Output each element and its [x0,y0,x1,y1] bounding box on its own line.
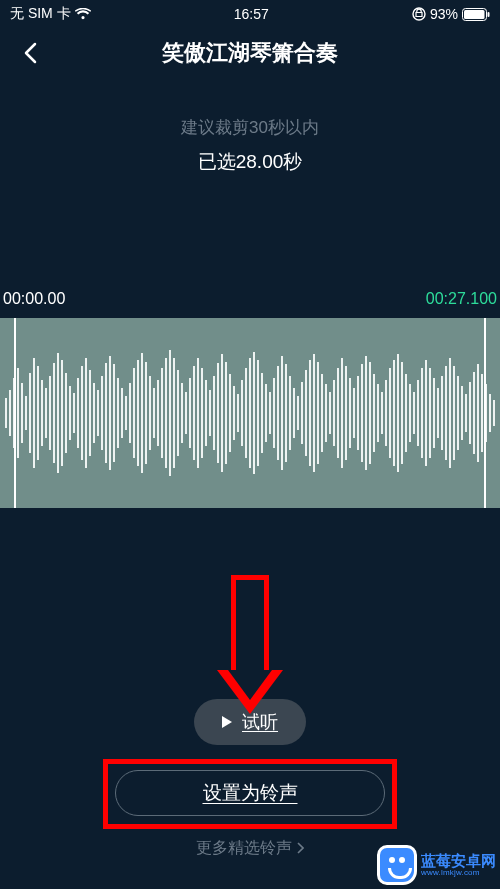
time-labels: 00:00.00 00:27.100 [0,290,500,308]
more-ringtones-link[interactable]: 更多精选铃声 [196,838,304,859]
set-ringtone-button[interactable]: 设置为铃声 [115,770,385,816]
annotation-arrow-icon [231,575,269,675]
trim-line-start [14,318,16,508]
nav-header: 笑傲江湖琴箫合奏 [0,28,500,78]
end-time: 00:27.100 [426,290,497,308]
start-time: 00:00.00 [3,290,65,308]
status-left: 无 SIM 卡 [10,5,91,23]
svg-point-0 [413,8,425,20]
status-right: 93% [412,6,490,22]
trim-hint-area: 建议裁剪30秒以内 已选28.00秒 [0,116,500,175]
more-ringtones-label: 更多精选铃声 [196,838,292,859]
battery-icon [462,8,490,21]
trim-line-end [484,318,486,508]
page-title: 笑傲江湖琴箫合奏 [162,38,338,68]
battery-percent: 93% [430,6,458,22]
svg-rect-2 [464,10,485,19]
play-icon [222,716,232,728]
clock: 16:57 [234,6,269,22]
wifi-icon [75,8,91,20]
chevron-right-icon [296,840,304,858]
watermark-text: 蓝莓安卓网 www.lmkjw.com [421,853,496,877]
selected-duration: 已选28.00秒 [0,149,500,175]
back-button[interactable] [18,41,42,65]
waveform-bars [0,318,500,508]
svg-rect-3 [488,12,490,17]
preview-label: 试听 [242,710,278,734]
carrier-text: 无 SIM 卡 [10,5,71,23]
status-bar: 无 SIM 卡 16:57 93% [0,0,500,28]
trim-hint: 建议裁剪30秒以内 [0,116,500,139]
trim-area: 00:00.00 00:27.100 [0,290,500,550]
waveform[interactable] [0,318,500,508]
watermark-url: www.lmkjw.com [421,869,496,877]
watermark: 蓝莓安卓网 www.lmkjw.com [377,845,496,885]
watermark-name: 蓝莓安卓网 [421,853,496,869]
watermark-logo-icon [377,845,417,885]
set-ringtone-label: 设置为铃声 [203,780,298,806]
rotation-lock-icon [412,7,426,21]
preview-button[interactable]: 试听 [194,699,306,745]
